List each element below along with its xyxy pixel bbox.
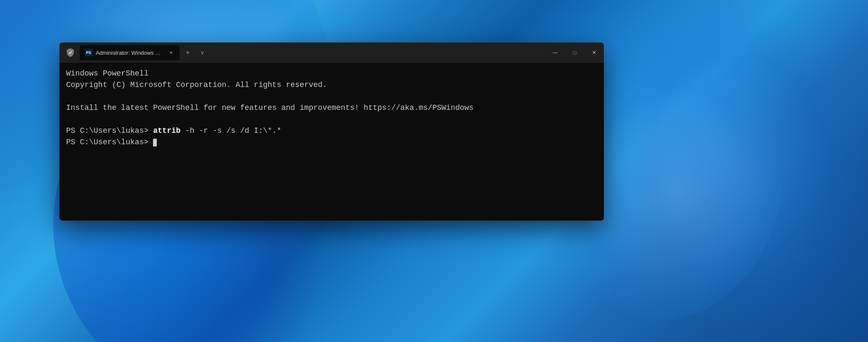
powershell-tab-icon: PS (85, 49, 92, 56)
tab-title: Administrator: Windows Powe (96, 50, 164, 56)
title-bar: PS Administrator: Windows Powe ✕ + ∨ — □… (59, 42, 604, 63)
empty-line-2 (66, 114, 597, 125)
prompt-2: PS C:\Users\lukas> (66, 138, 153, 146)
command-line-1: PS C:\Users\lukas> attrib -h -r -s /s /d… (66, 125, 597, 137)
command-line-2: PS C:\Users\lukas> (66, 137, 597, 148)
output-line-4: Install the latest PowerShell for new fe… (66, 102, 597, 114)
new-tab-button[interactable]: + (181, 46, 194, 59)
empty-line-1 (66, 91, 597, 102)
output-line-2: Copyright (C) Microsoft Corporation. All… (66, 79, 597, 91)
maximize-button[interactable]: □ (565, 46, 584, 59)
close-button[interactable]: ✕ (584, 46, 604, 59)
command-args-1: -h -r -s /s /d I:\*.* (181, 126, 281, 135)
active-tab[interactable]: PS Administrator: Windows Powe ✕ (80, 45, 180, 60)
command-text-1: attrib (153, 126, 181, 135)
output-line-1: Windows PowerShell (66, 68, 597, 79)
terminal-window: PS Administrator: Windows Powe ✕ + ∨ — □… (59, 42, 604, 221)
shield-icon (63, 45, 78, 60)
prompt-1: PS C:\Users\lukas> (66, 126, 153, 135)
minimize-button[interactable]: — (545, 46, 565, 59)
title-bar-left: PS Administrator: Windows Powe ✕ + ∨ (59, 45, 545, 60)
terminal-content[interactable]: Windows PowerShell Copyright (C) Microso… (59, 63, 604, 221)
window-controls: — □ ✕ (545, 46, 604, 59)
tab-dropdown-button[interactable]: ∨ (196, 46, 209, 59)
cursor (153, 139, 157, 146)
tab-close-button[interactable]: ✕ (167, 49, 175, 56)
